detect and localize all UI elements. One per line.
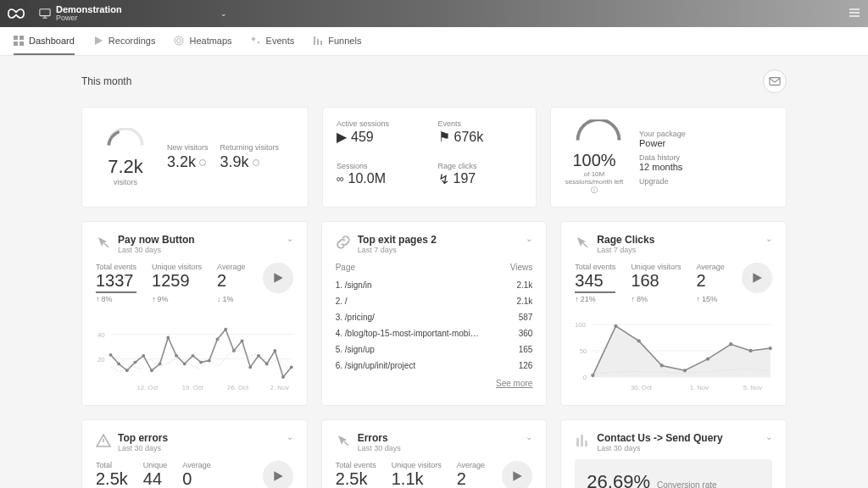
returning-visitors-value: 3.9k <box>220 153 249 171</box>
svg-point-15 <box>109 353 113 357</box>
active-sessions-label: Active sessions <box>337 119 421 128</box>
svg-text:12. Oct: 12. Oct <box>136 384 159 391</box>
monitor-icon <box>39 8 51 19</box>
views-value: 2.1k <box>516 297 532 306</box>
widget-menu[interactable]: ⌄ <box>765 234 772 243</box>
page-path: 6. /sign/up/init/project <box>336 361 416 370</box>
info-icon[interactable] <box>199 159 206 166</box>
svg-point-50 <box>637 339 641 342</box>
flag-icon: ⚑ <box>438 129 450 145</box>
play-recordings-button[interactable] <box>742 263 772 293</box>
svg-text:19. Oct: 19. Oct <box>182 384 204 391</box>
table-row[interactable]: 6. /sign/up/init/project126 <box>336 358 533 374</box>
widget-subtitle: Last 30 days <box>118 246 280 254</box>
funnel-icon <box>313 36 323 46</box>
sessions-label: Sessions <box>337 162 421 170</box>
info-icon[interactable] <box>253 159 259 166</box>
info-icon[interactable]: ⓘ <box>591 186 598 194</box>
table-row[interactable]: 3. /pricing/587 <box>336 309 533 325</box>
stat-average[interactable]: Average2↓38% <box>457 461 485 488</box>
stat-average[interactable]: Average 2 ↓1% <box>217 263 245 303</box>
svg-text:26. Oct: 26. Oct <box>227 384 249 391</box>
svg-rect-2 <box>19 36 24 40</box>
active-sessions-value: 459 <box>351 130 374 145</box>
play-icon <box>93 36 103 46</box>
svg-rect-8 <box>317 39 319 45</box>
stat-unique[interactable]: Unique44 <box>143 461 168 488</box>
stat-average[interactable]: Average 2 ↑15% <box>696 263 724 303</box>
warning-icon <box>96 433 111 448</box>
rage-clicks-label: Rage clicks <box>438 162 523 170</box>
nav-recordings[interactable]: Recordings <box>93 27 156 55</box>
svg-point-25 <box>191 354 194 358</box>
table-row[interactable]: 1. /sign/in2.1k <box>336 277 533 293</box>
svg-text:20: 20 <box>97 356 105 363</box>
events-label: Events <box>438 119 523 128</box>
see-more-link[interactable]: See more <box>336 379 533 388</box>
period-label: This month <box>81 75 131 87</box>
nav-heatmaps[interactable]: Heatmaps <box>174 27 231 55</box>
nav-events[interactable]: Events <box>251 27 295 55</box>
contact-funnel-card: Contact Us -> Send Query Last 30 days ⌄ … <box>560 419 787 488</box>
widget-menu[interactable]: ⌄ <box>526 234 532 243</box>
widget-title: Top errors <box>118 432 280 444</box>
stat-total[interactable]: Total2.5k <box>96 461 128 488</box>
bar-chart-icon <box>575 433 590 448</box>
play-recordings-button[interactable] <box>263 461 293 488</box>
arrow-up-icon: ↑ <box>575 295 579 303</box>
widget-menu[interactable]: ⌄ <box>287 234 293 243</box>
stat-unique-visitors[interactable]: Unique visitors 1259 ↑9% <box>152 263 202 303</box>
stat-total-events[interactable]: Total events 345 ↑21% <box>575 263 615 303</box>
svg-text:1. Nov: 1. Nov <box>690 384 709 391</box>
nav-dashboard[interactable]: Dashboard <box>14 27 75 55</box>
nav-funnels[interactable]: Funnels <box>313 27 361 55</box>
table-row[interactable]: 2. /2.1k <box>336 293 533 309</box>
svg-point-53 <box>706 358 709 361</box>
stat-unique-visitors[interactable]: Unique visitors 168 ↑8% <box>631 263 681 303</box>
link-icon <box>336 235 351 250</box>
usage-sub: of 10M sessions/month left <box>565 170 623 186</box>
sessions-card: Active sessions ▶459 Events ⚑676k Sessio… <box>322 107 537 208</box>
conversion-rate-value: 26.69% <box>587 471 650 488</box>
paynow-chart: 4020 12. Oct19. Oct26. Oct2. Nov <box>96 308 293 393</box>
widget-menu[interactable]: ⌄ <box>287 432 293 441</box>
cursor-click-icon <box>575 235 590 250</box>
svg-rect-3 <box>14 42 18 46</box>
svg-point-35 <box>273 349 276 352</box>
table-row[interactable]: 5. /sign/up165 <box>336 341 533 358</box>
table-row[interactable]: 4. /blog/top-15-most-important-mobile-ap… <box>336 325 533 341</box>
email-report-button[interactable] <box>763 69 787 93</box>
stat-total-events[interactable]: Total events 1337 ↑8% <box>96 263 136 303</box>
svg-point-21 <box>159 363 162 366</box>
cursor-click-icon <box>96 235 111 250</box>
widget-menu[interactable]: ⌄ <box>526 432 532 441</box>
widget-title: Rage Clicks <box>597 234 759 246</box>
page-path: 5. /sign/up <box>336 345 375 354</box>
play-recordings-button[interactable] <box>263 263 293 293</box>
play-recordings-button[interactable] <box>502 461 532 488</box>
nav-label: Recordings <box>108 36 156 46</box>
widget-subtitle: Last 7 days <box>597 246 759 254</box>
svg-point-48 <box>592 374 595 377</box>
top-errors-card: Top errors Last 30 days ⌄ Total2.5k Uniq… <box>81 419 308 488</box>
svg-point-29 <box>224 328 227 331</box>
widget-menu[interactable]: ⌄ <box>765 432 772 441</box>
svg-rect-1 <box>14 36 18 40</box>
stat-unique-visitors[interactable]: Unique visitors1.1k↑88% <box>392 461 442 488</box>
stat-total-events[interactable]: Total events2.5k↑83% <box>336 461 376 488</box>
app-logo <box>7 4 25 23</box>
stat-average[interactable]: Average0 <box>182 461 210 488</box>
workspace-switcher[interactable]: Demonstration Power ⌄ <box>34 3 232 25</box>
svg-point-23 <box>175 354 178 358</box>
svg-text:2. Nov: 2. Nov <box>270 384 290 391</box>
svg-point-18 <box>134 361 137 364</box>
upgrade-link[interactable]: Upgrade <box>639 177 686 186</box>
usage-value: 100% <box>565 151 624 170</box>
svg-point-37 <box>290 365 293 369</box>
package-card: 100% of 10M sessions/month left ⓘ Your p… <box>550 107 787 208</box>
menu-button[interactable] <box>848 6 861 22</box>
widget-subtitle: Last 30 days <box>118 444 280 452</box>
your-package-value: Power <box>639 138 686 148</box>
rage-chart: 100500 30. Oct1. Nov5. Nov <box>575 308 772 393</box>
nav-label: Heatmaps <box>189 36 231 46</box>
